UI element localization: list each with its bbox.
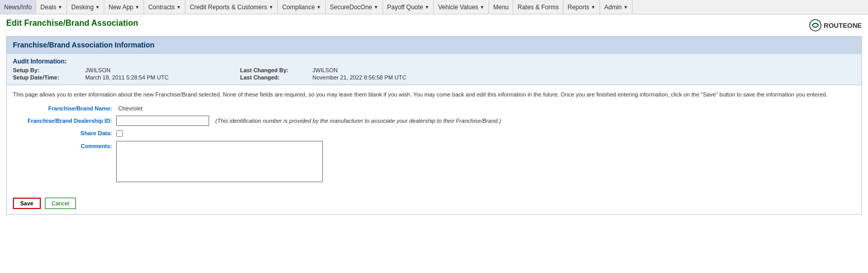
nav-arrow-credit-reports: ▼ bbox=[269, 5, 274, 10]
comments-label: Comments: bbox=[13, 141, 116, 149]
dealership-id-hint: (This identification number is provided … bbox=[215, 118, 501, 124]
franchise-brand-name-label: Franchise/Brand Name: bbox=[13, 105, 116, 111]
page-title: Edit Franchise/Brand Association bbox=[6, 19, 138, 28]
nav-arrow-vehicle-values: ▼ bbox=[480, 5, 484, 10]
audit-title: Audit Information: bbox=[13, 58, 855, 65]
nav-item-vehicle-values[interactable]: Vehicle Values▼ bbox=[434, 0, 489, 14]
routeone-text: ROUTEONE bbox=[824, 22, 862, 29]
nav-label-vehicle-values: Vehicle Values bbox=[438, 4, 478, 11]
nav-label-reports: Reports bbox=[567, 4, 589, 11]
nav-label-new-app: New App bbox=[108, 4, 133, 11]
buttons-row: Save Cancel bbox=[7, 194, 861, 214]
navigation-bar: News/InfoDeals▼Desking▼New App▼Contracts… bbox=[0, 0, 868, 14]
svg-point-0 bbox=[810, 20, 821, 31]
nav-item-contracts[interactable]: Contracts▼ bbox=[144, 0, 185, 14]
cancel-button[interactable]: Cancel bbox=[45, 198, 76, 209]
nav-arrow-deals: ▼ bbox=[58, 5, 62, 10]
nav-item-reports[interactable]: Reports▼ bbox=[563, 0, 600, 14]
nav-item-admin[interactable]: Admin▼ bbox=[600, 0, 633, 14]
nav-label-compliance: Compliance bbox=[282, 4, 314, 11]
routeone-logo-icon bbox=[809, 19, 822, 31]
last-changed-by-value: JWILSON bbox=[312, 67, 855, 73]
nav-label-credit-reports: Credit Reports & Customers bbox=[190, 4, 267, 11]
panel-header: Franchise/Brand Association Information bbox=[7, 37, 861, 54]
setup-by-label: Setup By: bbox=[13, 67, 85, 73]
nav-arrow-compliance: ▼ bbox=[317, 5, 321, 10]
nav-arrow-payoff-quote: ▼ bbox=[425, 5, 430, 10]
comments-row: Comments: bbox=[13, 141, 855, 182]
nav-label-securedocone: SecureDocOne bbox=[330, 4, 372, 11]
last-changed-label: Last Changed: bbox=[240, 74, 312, 81]
setup-by-value: JWILSON bbox=[85, 67, 240, 73]
nav-label-menu: Menu bbox=[493, 4, 509, 11]
nav-item-compliance[interactable]: Compliance▼ bbox=[278, 0, 325, 14]
info-text: This page allows you to enter informatio… bbox=[13, 90, 855, 99]
form-section: This page allows you to enter informatio… bbox=[7, 85, 861, 194]
nav-label-admin: Admin bbox=[604, 4, 622, 11]
nav-label-payoff-quote: Payoff Quote bbox=[387, 4, 423, 11]
nav-arrow-securedocone: ▼ bbox=[374, 5, 378, 10]
franchise-brand-name-value: Chevrolet bbox=[116, 105, 143, 111]
last-changed-value: November 21, 2022 8:56:58 PM UTC bbox=[312, 74, 855, 81]
nav-item-desking[interactable]: Desking▼ bbox=[67, 0, 104, 14]
nav-item-payoff-quote[interactable]: Payoff Quote▼ bbox=[383, 0, 434, 14]
dealership-id-input[interactable] bbox=[116, 116, 209, 126]
last-changed-by-label: Last Changed By: bbox=[240, 67, 312, 73]
nav-item-deals[interactable]: Deals▼ bbox=[36, 0, 67, 14]
nav-arrow-reports: ▼ bbox=[591, 5, 595, 10]
audit-section: Audit Information: Setup By: JWILSON Las… bbox=[7, 54, 861, 85]
nav-item-new-app[interactable]: New App▼ bbox=[104, 0, 144, 14]
setup-date-label: Setup Date/Time: bbox=[13, 74, 85, 81]
nav-item-news-info[interactable]: News/Info bbox=[0, 0, 36, 14]
nav-arrow-admin: ▼ bbox=[623, 5, 628, 10]
franchise-brand-name-row: Franchise/Brand Name: Chevrolet bbox=[13, 105, 855, 111]
save-button[interactable]: Save bbox=[13, 198, 41, 209]
main-panel: Franchise/Brand Association Information … bbox=[6, 36, 862, 215]
nav-arrow-new-app: ▼ bbox=[135, 5, 139, 10]
setup-date-value: March 18, 2011 5:28:54 PM UTC bbox=[85, 74, 240, 81]
comments-textarea[interactable] bbox=[116, 141, 323, 182]
nav-label-desking: Desking bbox=[71, 4, 93, 11]
nav-label-news-info: News/Info bbox=[4, 4, 31, 11]
nav-label-rates-forms: Rates & Forms bbox=[517, 4, 559, 11]
nav-item-credit-reports[interactable]: Credit Reports & Customers▼ bbox=[185, 0, 278, 14]
nav-arrow-contracts: ▼ bbox=[177, 5, 181, 10]
nav-item-securedocone[interactable]: SecureDocOne▼ bbox=[326, 0, 383, 14]
share-data-row: Share Data: bbox=[13, 130, 855, 137]
nav-label-deals: Deals bbox=[40, 4, 56, 11]
dealership-id-row: Franchise/Brand Dealership ID: (This ide… bbox=[13, 116, 855, 126]
dealership-id-label: Franchise/Brand Dealership ID: bbox=[13, 118, 116, 124]
audit-grid: Setup By: JWILSON Last Changed By: JWILS… bbox=[13, 67, 855, 81]
nav-arrow-desking: ▼ bbox=[95, 5, 100, 10]
share-data-checkbox[interactable] bbox=[116, 130, 123, 137]
routeone-logo: ROUTEONE bbox=[809, 19, 862, 31]
nav-item-menu[interactable]: Menu bbox=[489, 0, 513, 14]
nav-label-contracts: Contracts bbox=[148, 4, 175, 11]
nav-item-rates-forms[interactable]: Rates & Forms bbox=[513, 0, 563, 14]
share-data-label: Share Data: bbox=[13, 130, 116, 136]
